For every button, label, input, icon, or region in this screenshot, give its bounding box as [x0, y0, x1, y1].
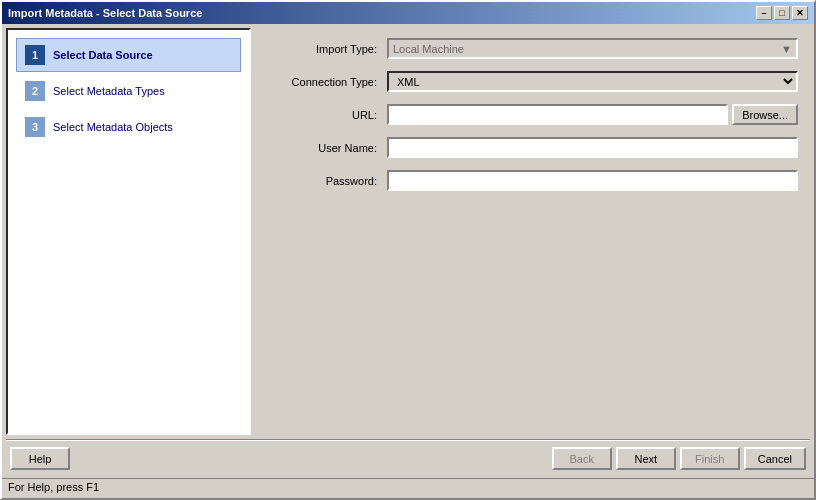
step-1-label: Select Data Source	[53, 49, 153, 61]
title-bar: Import Metadata - Select Data Source – □…	[2, 2, 814, 24]
help-button[interactable]: Help	[10, 447, 70, 470]
import-type-value: Local Machine	[393, 43, 464, 55]
password-control	[387, 170, 798, 191]
url-label: URL:	[267, 109, 387, 121]
step-2-number: 2	[25, 81, 45, 101]
step-2-label: Select Metadata Types	[53, 85, 165, 97]
wizard-step-2[interactable]: 2 Select Metadata Types	[16, 74, 241, 108]
url-control: Browse...	[387, 104, 798, 125]
next-button[interactable]: Next	[616, 447, 676, 470]
close-button[interactable]: ✕	[792, 6, 808, 20]
maximize-button[interactable]: □	[774, 6, 790, 20]
import-type-label: Import Type:	[267, 43, 387, 55]
username-label: User Name:	[267, 142, 387, 154]
username-row: User Name:	[267, 137, 798, 158]
import-type-arrow-icon: ▼	[781, 43, 792, 55]
password-row: Password:	[267, 170, 798, 191]
wizard-step-3[interactable]: 3 Select Metadata Objects	[16, 110, 241, 144]
main-content: 1 Select Data Source 2 Select Metadata T…	[6, 28, 810, 435]
status-text: For Help, press F1	[8, 481, 99, 493]
form-spacer	[267, 203, 798, 425]
step-3-number: 3	[25, 117, 45, 137]
back-button[interactable]: Back	[552, 447, 612, 470]
status-bar: For Help, press F1	[2, 478, 814, 498]
wizard-steps-panel: 1 Select Data Source 2 Select Metadata T…	[6, 28, 251, 435]
wizard-step-1[interactable]: 1 Select Data Source	[16, 38, 241, 72]
step-1-number: 1	[25, 45, 45, 65]
password-input[interactable]	[387, 170, 798, 191]
title-bar-buttons: – □ ✕	[756, 6, 808, 20]
connection-type-control: XML	[387, 71, 798, 92]
import-type-control: Local Machine ▼	[387, 38, 798, 59]
cancel-button[interactable]: Cancel	[744, 447, 806, 470]
window-body: 1 Select Data Source 2 Select Metadata T…	[2, 24, 814, 478]
username-control	[387, 137, 798, 158]
window-title: Import Metadata - Select Data Source	[8, 7, 202, 19]
connection-type-row: Connection Type: XML	[267, 71, 798, 92]
finish-button[interactable]: Finish	[680, 447, 740, 470]
import-type-row: Import Type: Local Machine ▼	[267, 38, 798, 59]
form-panel: Import Type: Local Machine ▼ Connection …	[255, 28, 810, 435]
main-window: Import Metadata - Select Data Source – □…	[0, 0, 816, 500]
import-type-dropdown[interactable]: Local Machine ▼	[387, 38, 798, 59]
connection-type-label: Connection Type:	[267, 76, 387, 88]
browse-button[interactable]: Browse...	[732, 104, 798, 125]
connection-type-select[interactable]: XML	[387, 71, 798, 92]
bottom-bar: Help Back Next Finish Cancel	[6, 441, 810, 474]
url-input[interactable]	[387, 104, 728, 125]
username-input[interactable]	[387, 137, 798, 158]
password-label: Password:	[267, 175, 387, 187]
minimize-button[interactable]: –	[756, 6, 772, 20]
url-row: URL: Browse...	[267, 104, 798, 125]
step-3-label: Select Metadata Objects	[53, 121, 173, 133]
